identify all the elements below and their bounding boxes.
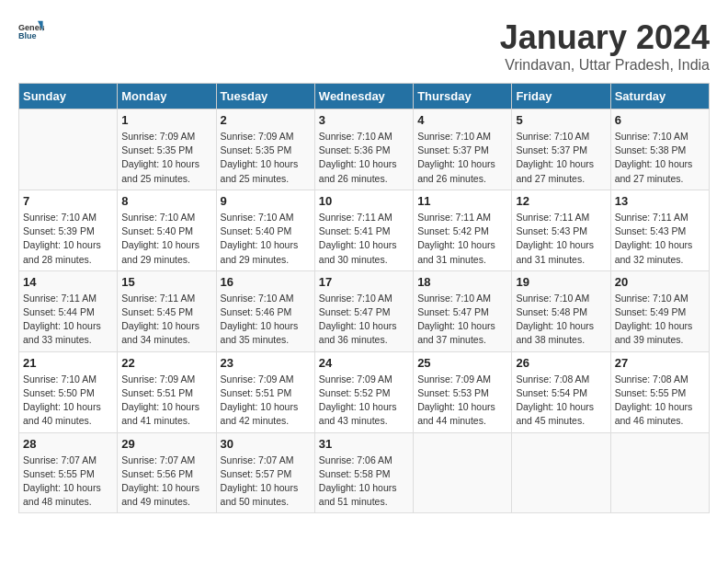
day-info: Sunrise: 7:10 AM Sunset: 5:40 PM Dayligh… (121, 211, 211, 267)
day-info: Sunrise: 7:10 AM Sunset: 5:47 PM Dayligh… (417, 292, 507, 348)
location-subtitle: Vrindavan, Uttar Pradesh, India (500, 57, 710, 74)
calendar-cell: 30Sunrise: 7:07 AM Sunset: 5:57 PM Dayli… (216, 432, 314, 513)
day-info: Sunrise: 7:10 AM Sunset: 5:38 PM Dayligh… (615, 130, 705, 186)
day-number: 17 (319, 275, 409, 289)
day-number: 29 (121, 437, 211, 451)
calendar-cell: 25Sunrise: 7:09 AM Sunset: 5:53 PM Dayli… (414, 351, 512, 432)
logo-icon: General Blue (18, 18, 44, 44)
day-info: Sunrise: 7:07 AM Sunset: 5:55 PM Dayligh… (23, 454, 113, 510)
day-number: 4 (417, 113, 507, 127)
day-number: 12 (516, 194, 606, 208)
day-info: Sunrise: 7:09 AM Sunset: 5:51 PM Dayligh… (221, 373, 311, 429)
calendar-cell: 28Sunrise: 7:07 AM Sunset: 5:55 PM Dayli… (19, 432, 118, 513)
logo: General Blue (18, 18, 44, 44)
day-number: 20 (615, 275, 705, 289)
calendar-cell: 19Sunrise: 7:10 AM Sunset: 5:48 PM Dayli… (512, 270, 610, 351)
calendar-cell: 5Sunrise: 7:10 AM Sunset: 5:37 PM Daylig… (512, 109, 610, 190)
day-info: Sunrise: 7:09 AM Sunset: 5:35 PM Dayligh… (121, 130, 211, 186)
day-info: Sunrise: 7:07 AM Sunset: 5:56 PM Dayligh… (121, 454, 211, 510)
calendar-cell: 18Sunrise: 7:10 AM Sunset: 5:47 PM Dayli… (414, 270, 512, 351)
day-of-week-header: Saturday (610, 84, 709, 109)
calendar-cell (19, 109, 118, 190)
calendar-cell: 14Sunrise: 7:11 AM Sunset: 5:44 PM Dayli… (19, 270, 118, 351)
day-info: Sunrise: 7:10 AM Sunset: 5:50 PM Dayligh… (23, 373, 113, 429)
day-info: Sunrise: 7:07 AM Sunset: 5:57 PM Dayligh… (221, 454, 311, 510)
calendar-cell: 26Sunrise: 7:08 AM Sunset: 5:54 PM Dayli… (512, 351, 610, 432)
day-number: 2 (221, 113, 311, 127)
calendar-cell: 23Sunrise: 7:09 AM Sunset: 5:51 PM Dayli… (216, 351, 314, 432)
day-number: 24 (319, 356, 409, 370)
day-info: Sunrise: 7:06 AM Sunset: 5:58 PM Dayligh… (319, 454, 409, 510)
calendar-cell: 31Sunrise: 7:06 AM Sunset: 5:58 PM Dayli… (314, 432, 413, 513)
calendar-cell: 10Sunrise: 7:11 AM Sunset: 5:41 PM Dayli… (314, 190, 413, 270)
day-number: 23 (221, 356, 311, 370)
day-number: 31 (319, 437, 409, 451)
calendar-cell: 20Sunrise: 7:10 AM Sunset: 5:49 PM Dayli… (610, 270, 709, 351)
month-title: January 2024 (500, 18, 710, 57)
day-number: 6 (615, 113, 705, 127)
page-header: General Blue January 2024 Vrindavan, Utt… (18, 18, 710, 74)
calendar-cell: 3Sunrise: 7:10 AM Sunset: 5:36 PM Daylig… (314, 109, 413, 190)
day-of-week-header: Thursday (414, 84, 512, 109)
calendar-cell: 11Sunrise: 7:11 AM Sunset: 5:42 PM Dayli… (414, 190, 512, 270)
day-number: 15 (121, 275, 211, 289)
calendar-cell: 29Sunrise: 7:07 AM Sunset: 5:56 PM Dayli… (118, 432, 216, 513)
day-number: 14 (23, 275, 113, 289)
calendar-cell: 16Sunrise: 7:10 AM Sunset: 5:46 PM Dayli… (216, 270, 314, 351)
calendar-cell: 15Sunrise: 7:11 AM Sunset: 5:45 PM Dayli… (118, 270, 216, 351)
day-number: 10 (319, 194, 409, 208)
day-info: Sunrise: 7:10 AM Sunset: 5:49 PM Dayligh… (615, 292, 705, 348)
calendar-cell: 17Sunrise: 7:10 AM Sunset: 5:47 PM Dayli… (314, 270, 413, 351)
day-info: Sunrise: 7:09 AM Sunset: 5:53 PM Dayligh… (417, 373, 507, 429)
day-number: 21 (23, 356, 113, 370)
day-info: Sunrise: 7:09 AM Sunset: 5:51 PM Dayligh… (121, 373, 211, 429)
day-info: Sunrise: 7:10 AM Sunset: 5:39 PM Dayligh… (23, 211, 113, 267)
calendar-cell: 12Sunrise: 7:11 AM Sunset: 5:43 PM Dayli… (512, 190, 610, 270)
calendar-cell (512, 432, 610, 513)
day-number: 22 (121, 356, 211, 370)
calendar-cell (610, 432, 709, 513)
calendar-cell: 6Sunrise: 7:10 AM Sunset: 5:38 PM Daylig… (610, 109, 709, 190)
day-number: 11 (417, 194, 507, 208)
calendar-cell: 1Sunrise: 7:09 AM Sunset: 5:35 PM Daylig… (118, 109, 216, 190)
day-number: 1 (121, 113, 211, 127)
svg-text:Blue: Blue (18, 31, 37, 40)
day-number: 26 (516, 356, 606, 370)
day-info: Sunrise: 7:09 AM Sunset: 5:52 PM Dayligh… (319, 373, 409, 429)
calendar-cell: 2Sunrise: 7:09 AM Sunset: 5:35 PM Daylig… (216, 109, 314, 190)
day-info: Sunrise: 7:08 AM Sunset: 5:55 PM Dayligh… (615, 373, 705, 429)
calendar-cell: 9Sunrise: 7:10 AM Sunset: 5:40 PM Daylig… (216, 190, 314, 270)
day-of-week-header: Monday (118, 84, 216, 109)
day-info: Sunrise: 7:10 AM Sunset: 5:48 PM Dayligh… (516, 292, 606, 348)
day-number: 13 (615, 194, 705, 208)
day-number: 18 (417, 275, 507, 289)
day-number: 25 (417, 356, 507, 370)
day-info: Sunrise: 7:11 AM Sunset: 5:43 PM Dayligh… (516, 211, 606, 267)
day-info: Sunrise: 7:09 AM Sunset: 5:35 PM Dayligh… (221, 130, 311, 186)
day-info: Sunrise: 7:11 AM Sunset: 5:45 PM Dayligh… (121, 292, 211, 348)
calendar-cell: 21Sunrise: 7:10 AM Sunset: 5:50 PM Dayli… (19, 351, 118, 432)
calendar-cell: 22Sunrise: 7:09 AM Sunset: 5:51 PM Dayli… (118, 351, 216, 432)
calendar-cell (414, 432, 512, 513)
day-info: Sunrise: 7:10 AM Sunset: 5:36 PM Dayligh… (319, 130, 409, 186)
day-info: Sunrise: 7:10 AM Sunset: 5:37 PM Dayligh… (516, 130, 606, 186)
day-info: Sunrise: 7:10 AM Sunset: 5:37 PM Dayligh… (417, 130, 507, 186)
day-number: 27 (615, 356, 705, 370)
day-of-week-header: Wednesday (314, 84, 413, 109)
day-number: 5 (516, 113, 606, 127)
day-number: 9 (221, 194, 311, 208)
day-info: Sunrise: 7:08 AM Sunset: 5:54 PM Dayligh… (516, 373, 606, 429)
day-info: Sunrise: 7:11 AM Sunset: 5:41 PM Dayligh… (319, 211, 409, 267)
day-info: Sunrise: 7:11 AM Sunset: 5:44 PM Dayligh… (23, 292, 113, 348)
day-of-week-header: Friday (512, 84, 610, 109)
day-info: Sunrise: 7:11 AM Sunset: 5:43 PM Dayligh… (615, 211, 705, 267)
calendar-cell: 27Sunrise: 7:08 AM Sunset: 5:55 PM Dayli… (610, 351, 709, 432)
day-number: 7 (23, 194, 113, 208)
day-number: 30 (221, 437, 311, 451)
calendar-cell: 4Sunrise: 7:10 AM Sunset: 5:37 PM Daylig… (414, 109, 512, 190)
day-number: 8 (121, 194, 211, 208)
calendar-cell: 24Sunrise: 7:09 AM Sunset: 5:52 PM Dayli… (314, 351, 413, 432)
calendar-cell: 7Sunrise: 7:10 AM Sunset: 5:39 PM Daylig… (19, 190, 118, 270)
day-number: 19 (516, 275, 606, 289)
day-info: Sunrise: 7:10 AM Sunset: 5:47 PM Dayligh… (319, 292, 409, 348)
